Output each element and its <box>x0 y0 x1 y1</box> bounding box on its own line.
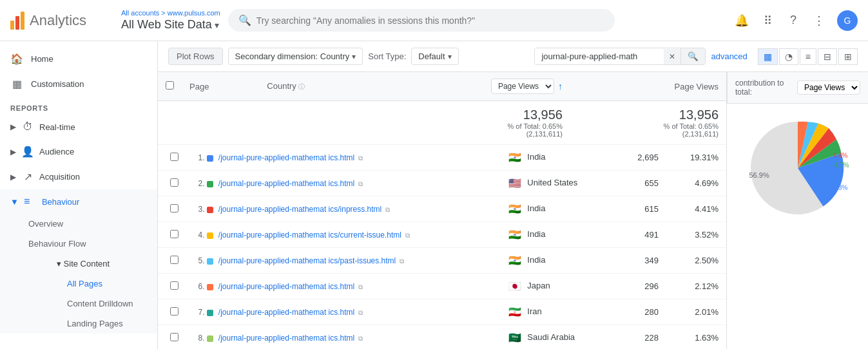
main-layout: 🏠 Home ▦ Customisation REPORTS ▶ ⏱ Real-… <box>0 41 868 349</box>
th-contribution: Page Views <box>570 72 726 101</box>
customisation-icon: ▦ <box>10 78 23 90</box>
apps-icon[interactable]: ⠿ <box>760 14 775 28</box>
color-indicator <box>207 258 213 265</box>
select-all-checkbox[interactable] <box>166 81 174 90</box>
page-link[interactable]: /journal-pure-applied-mathemat ics.html <box>218 308 354 317</box>
reports-section-label: REPORTS <box>0 97 157 115</box>
filter-clear-button[interactable]: ✕ <box>664 49 680 64</box>
sidebar-item-label: Real-time <box>39 122 75 132</box>
sidebar-item-behaviour-flow[interactable]: Behaviour Flow <box>28 234 157 254</box>
row-number: 8. <box>198 334 205 343</box>
sort-type-label: Sort Type: <box>368 52 406 61</box>
view-pie-icon[interactable]: ◔ <box>779 48 798 65</box>
search-filter: ✕ 🔍 <box>534 48 706 65</box>
contribution-metric-select[interactable]: Page Views <box>797 80 860 95</box>
table-row: 1. /journal-pure-applied-mathemat ics.ht… <box>158 145 726 171</box>
color-indicator <box>207 155 213 162</box>
row-page-views: 349 <box>617 248 666 274</box>
row-page-views: 296 <box>617 274 666 299</box>
flag-icon: 🇸🇦 <box>508 332 521 343</box>
row-num-page: 5. /journal-pure-applied-mathemat ics/pa… <box>191 248 501 274</box>
flag-icon: 🇮🇳 <box>508 203 521 214</box>
table-total-row: 13,956 % of Total: 0.65% (2,131,611) 13,… <box>158 101 726 145</box>
sidebar-item-landing-pages[interactable]: Landing Pages <box>67 314 157 334</box>
sidebar-item-all-pages[interactable]: All Pages <box>67 274 157 294</box>
sidebar-item-customisation[interactable]: ▦ Customisation <box>0 71 157 97</box>
sidebar-item-behaviour[interactable]: ▼ ≡ Behaviour <box>0 189 157 214</box>
sidebar-item-realtime[interactable]: ▶ ⏱ Real-time <box>0 115 157 139</box>
row-country: 🇮🇳 India <box>501 196 617 222</box>
filter-input[interactable] <box>535 48 664 64</box>
page-link[interactable]: /journal-pure-applied-mathemat ics.html <box>218 179 354 188</box>
expand-icon: ▶ <box>10 122 16 131</box>
sort-asc-icon[interactable]: ↑ <box>558 81 563 91</box>
search-input[interactable] <box>256 15 604 26</box>
view-performance-icon[interactable]: ≡ <box>800 48 816 65</box>
page-link[interactable]: /journal-pure-applied-mathemat ics.html <box>218 334 354 343</box>
view-comparison-icon[interactable]: ⊟ <box>818 48 837 65</box>
row-checkbox[interactable] <box>170 333 178 341</box>
avatar[interactable]: G <box>837 10 858 31</box>
color-indicator <box>207 207 213 213</box>
breadcrumb-current[interactable]: All Web Site Data ▾ <box>121 18 220 32</box>
country-name: India <box>527 229 545 239</box>
notifications-icon[interactable]: 🔔 <box>734 14 749 28</box>
sidebar-item-overview[interactable]: Overview <box>28 214 157 234</box>
search-bar[interactable]: 🔍 <box>228 9 615 32</box>
th-page-views: Page Views ↑ <box>378 72 570 101</box>
sidebar-item-content-drilldown[interactable]: Content Drilldown <box>67 294 157 314</box>
row-contribution: 4.41% <box>666 196 726 222</box>
row-country: 🇮🇳 India <box>501 248 617 274</box>
row-checkbox[interactable] <box>170 307 178 316</box>
row-checkbox[interactable] <box>170 230 178 238</box>
filter-search-button[interactable]: 🔍 <box>680 48 705 64</box>
page-link[interactable]: /journal-pure-applied-mathemat ics.html <box>218 153 354 162</box>
page-link[interactable]: /journal-pure-applied-mathemat ics/past-… <box>218 256 396 265</box>
plot-rows-button[interactable]: Plot Rows <box>168 48 223 65</box>
row-num-page: 8. /journal-pure-applied-mathemat ics.ht… <box>191 325 501 350</box>
color-indicator <box>207 181 213 187</box>
advanced-link[interactable]: advanced <box>711 52 747 61</box>
country-name: India <box>527 203 545 213</box>
row-checkbox[interactable] <box>170 256 178 264</box>
sidebar-item-site-content[interactable]: ▾ Site Content <box>28 254 157 274</box>
help-icon[interactable]: ? <box>786 14 801 27</box>
secondary-dimension-dropdown[interactable]: Secondary dimension: Country ▾ <box>228 48 363 65</box>
page-link[interactable]: /journal-pure-applied-mathemat ics/curre… <box>218 231 401 240</box>
row-contribution: 2.50% <box>666 248 726 274</box>
row-checkbox[interactable] <box>170 204 178 212</box>
table-header-row: Page Country ⓘ Page Views <box>158 72 726 101</box>
header-actions: 🔔 ⠿ ? ⋮ G <box>734 10 858 31</box>
view-pivot-icon[interactable]: ⊞ <box>838 48 858 65</box>
more-icon[interactable]: ⋮ <box>811 14 827 28</box>
row-checkbox[interactable] <box>170 281 178 290</box>
expand-icon: ▶ <box>10 147 16 156</box>
row-num-page: 2. /journal-pure-applied-mathemat ics.ht… <box>191 171 501 196</box>
view-data-icon[interactable]: ▦ <box>758 48 778 65</box>
row-checkbox[interactable] <box>170 153 178 161</box>
data-rows-table: 1. /journal-pure-applied-mathemat ics.ht… <box>158 145 726 349</box>
flag-icon: 🇯🇵 <box>508 281 521 292</box>
page-link[interactable]: /journal-pure-applied-mathemat ics.html <box>218 282 354 291</box>
sidebar-item-label: Acquisition <box>39 172 80 182</box>
app-title: Analytics <box>30 12 86 29</box>
table-row: 2. /journal-pure-applied-mathemat ics.ht… <box>158 171 726 196</box>
sidebar-item-acquisition[interactable]: ▶ ↗ Acquisition <box>0 164 157 189</box>
pie-segment3-label: 4.4% <box>833 152 848 159</box>
row-number: 6. <box>198 282 205 291</box>
sidebar-item-audience[interactable]: ▶ 👤 Audience <box>0 139 157 164</box>
breadcrumb-parent[interactable]: All accounts > www.pulsus.com <box>121 9 220 17</box>
sidebar-item-home[interactable]: 🏠 Home <box>0 46 157 71</box>
row-num-page: 6. /journal-pure-applied-mathemat ics.ht… <box>191 274 501 299</box>
row-num-page: 7. /journal-pure-applied-mathemat ics.ht… <box>191 299 501 325</box>
page-views-select[interactable]: Page Views <box>491 79 554 94</box>
search-icon: 🔍 <box>238 14 251 26</box>
table-row: 8. /journal-pure-applied-mathemat ics.ht… <box>158 325 726 350</box>
page-link[interactable]: /journal-pure-applied-mathemat ics/inpre… <box>218 205 381 214</box>
sort-default-dropdown[interactable]: Default ▾ <box>411 48 458 65</box>
row-country: 🇮🇷 Iran <box>501 299 617 325</box>
country-name: India <box>527 255 545 265</box>
toolbar: Plot Rows Secondary dimension: Country ▾… <box>158 41 868 72</box>
audience-icon: 👤 <box>21 146 34 158</box>
row-checkbox[interactable] <box>170 178 178 187</box>
